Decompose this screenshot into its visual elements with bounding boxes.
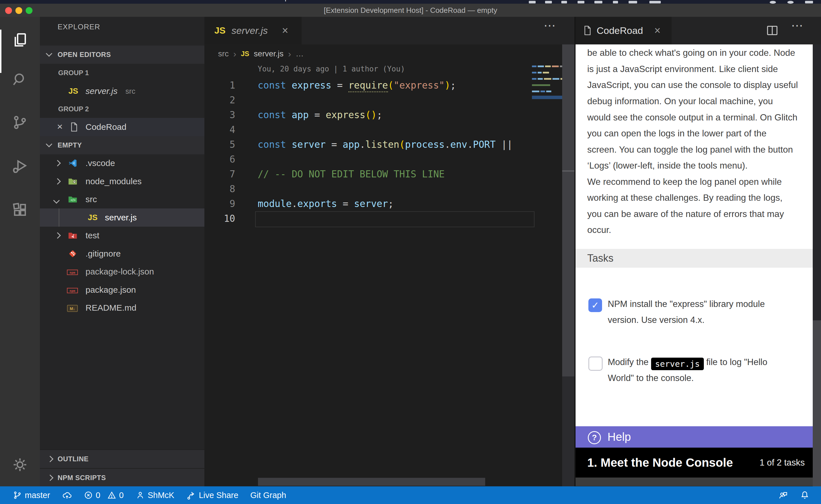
menu-selection[interactable]: Selection: [107, 0, 135, 2]
code-line[interactable]: 7 // -- DO NOT EDIT BELOW THIS LINE: [204, 167, 532, 182]
open-editor-name: CodeRoad: [85, 118, 126, 136]
svg-text:JS: JS: [73, 180, 76, 183]
macos-menubar: Code File Edit Selection View Go Run Ter…: [0, 0, 821, 4]
code-line[interactable]: 1 const express = require("express");: [204, 78, 532, 93]
code-line[interactable]: 4: [204, 122, 532, 137]
open-editor-server-js[interactable]: JS server.js src: [40, 82, 204, 100]
chevron-down-icon: [46, 50, 52, 57]
code-line[interactable]: 8: [204, 182, 532, 196]
tree-item-package-lock[interactable]: npm package-lock.json: [40, 263, 204, 281]
sync-status[interactable]: [62, 490, 72, 500]
breadcrumb-src[interactable]: src: [218, 49, 229, 58]
tree-item-test[interactable]: test: [40, 226, 204, 245]
breadcrumb[interactable]: src › JS server.js › …: [218, 48, 304, 60]
git-branch-status[interactable]: master: [13, 491, 50, 500]
source-control-icon[interactable]: [12, 114, 28, 130]
tree-item-label: server.js: [105, 208, 137, 227]
task-checkbox-checked[interactable]: ✓: [588, 298, 602, 312]
editor-scrollbar-track[interactable]: [562, 376, 574, 486]
task1-text: version. Use version 4.x.: [608, 312, 705, 328]
search-icon[interactable]: [12, 71, 28, 87]
tree-item-src[interactable]: </> src: [40, 190, 204, 208]
menu-go[interactable]: Go: [169, 0, 179, 2]
code-line[interactable]: 10: [204, 211, 532, 226]
code-line[interactable]: 3 const app = express();: [204, 108, 532, 122]
menu-help[interactable]: Help: [275, 0, 289, 2]
menu-view[interactable]: View: [146, 0, 160, 2]
menu-terminal[interactable]: Terminal: [206, 0, 232, 2]
breadcrumb-file[interactable]: server.js: [254, 49, 283, 58]
codelens-blame[interactable]: You, 20 days ago | 1 author (You): [258, 65, 405, 73]
minimap[interactable]: [532, 62, 562, 136]
coderoad-panel: CodeRoad × ⋯ be able to check what's goi…: [575, 17, 821, 486]
menu-file[interactable]: File: [66, 0, 77, 2]
chevron-right-icon: [54, 160, 61, 167]
editor-more-actions-icon[interactable]: ⋯: [544, 19, 557, 32]
open-editor-coderoad[interactable]: × CodeRoad: [40, 118, 204, 136]
close-tab-icon[interactable]: ×: [282, 17, 288, 44]
branch-icon: [13, 491, 22, 500]
tree-item-label: src: [85, 190, 97, 208]
outline-section-header[interactable]: OUTLINE: [40, 449, 204, 468]
menu-run[interactable]: Run: [185, 0, 198, 2]
menu-edit[interactable]: Edit: [85, 0, 97, 2]
panel-scrollbar-track[interactable]: [813, 320, 821, 486]
tree-item-package-json[interactable]: npm package.json: [40, 281, 204, 299]
menu-code[interactable]: Code: [34, 0, 50, 2]
notifications-status[interactable]: [800, 490, 810, 500]
breadcrumb-symbol[interactable]: …: [296, 49, 304, 58]
extensions-icon[interactable]: [12, 202, 28, 218]
feedback-status[interactable]: [778, 490, 788, 500]
settings-gear-icon[interactable]: [12, 457, 28, 473]
git-graph-status[interactable]: Git Graph: [250, 491, 286, 500]
tab-server-js[interactable]: JS server.js ×: [204, 17, 302, 44]
tree-item-server-js-selected[interactable]: JS server.js: [40, 208, 204, 227]
battery-icon: [650, 1, 661, 3]
tab-coderoad[interactable]: CodeRoad ×: [575, 17, 672, 44]
code-line[interactable]: 9 module.exports = server;: [204, 196, 532, 211]
tab-label: CodeRoad: [596, 17, 643, 44]
tree-item-node-modules[interactable]: JS node_modules: [40, 172, 204, 190]
menubar-status-icon: [577, 1, 584, 3]
node-modules-folder-icon: JS: [68, 177, 77, 186]
control-center-icon: [805, 1, 813, 3]
user-status[interactable]: ShMcK: [136, 491, 174, 500]
code-line[interactable]: 6: [204, 152, 532, 167]
tree-item-vscode[interactable]: .vscode: [40, 154, 204, 172]
split-editor-icon[interactable]: [766, 24, 779, 38]
code-line[interactable]: 5 const server = app.listen(process.env.…: [204, 137, 532, 152]
menu-window[interactable]: Window: [241, 0, 265, 2]
help-bar[interactable]: ? Help: [575, 426, 813, 448]
js-file-icon: JS: [215, 17, 226, 44]
open-editors-header[interactable]: OPEN EDITORS: [40, 46, 204, 64]
panel-scrollbar-thumb[interactable]: [813, 44, 821, 320]
npm-icon: npm: [67, 269, 76, 278]
chevron-right-icon: ›: [288, 49, 291, 59]
person-icon: [136, 491, 145, 500]
explorer-sidebar: EXPLORER OPEN EDITORS GROUP 1 JS server.…: [40, 17, 204, 486]
editor-scrollbar[interactable]: [562, 44, 574, 376]
window-titlebar[interactable]: [Extension Development Host] - CodeRoad …: [0, 4, 821, 17]
tree-item-readme[interactable]: M↓ README.md: [40, 299, 204, 317]
close-tab-icon[interactable]: ×: [654, 17, 661, 44]
tab-label: server.js: [232, 17, 268, 44]
lesson-footer[interactable]: 1. Meet the Node Console 1 of 2 tasks: [575, 448, 813, 478]
tree-item-gitignore[interactable]: .gitignore: [40, 245, 204, 263]
code-chip: server.js: [651, 358, 704, 370]
run-debug-icon[interactable]: [12, 158, 28, 174]
workspace-folder-header[interactable]: EMPTY: [40, 136, 204, 154]
svg-text:</>: </>: [70, 198, 75, 202]
problems-status[interactable]: 0 0: [84, 491, 124, 500]
svg-text:npm: npm: [70, 271, 75, 274]
lesson-text-line: screen. You can toggle the log panel wit…: [587, 142, 807, 157]
horizontal-scrollbar[interactable]: [258, 478, 485, 486]
panel-more-actions-icon[interactable]: ⋯: [791, 19, 804, 32]
help-label: Help: [607, 426, 631, 448]
live-share-status[interactable]: Live Share: [186, 490, 238, 500]
code-line[interactable]: 2: [204, 93, 532, 108]
close-icon[interactable]: ×: [57, 118, 63, 135]
explorer-icon[interactable]: [12, 32, 28, 48]
npm-scripts-section-header[interactable]: NPM SCRIPTS: [40, 468, 204, 486]
menubar-status-icon: [629, 1, 637, 3]
task-checkbox-unchecked[interactable]: [588, 357, 602, 371]
